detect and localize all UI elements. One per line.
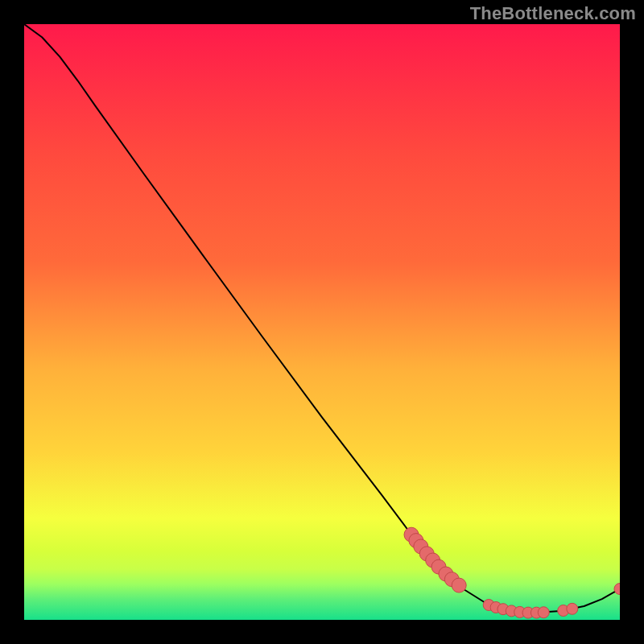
chart-frame: TheBottleneck.com (0, 0, 644, 644)
svg-rect-0 (24, 24, 620, 620)
watermark-text: TheBottleneck.com (470, 3, 636, 24)
plot-area (24, 24, 620, 620)
data-marker (567, 603, 578, 614)
data-marker (452, 578, 466, 592)
chart-svg (24, 24, 620, 620)
data-marker (538, 607, 549, 618)
